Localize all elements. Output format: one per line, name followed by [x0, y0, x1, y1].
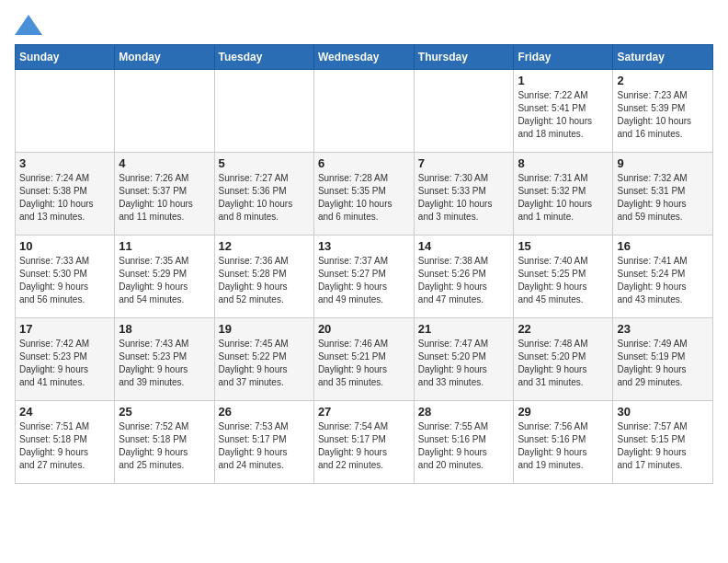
weekday-header-saturday: Saturday — [613, 45, 713, 70]
day-info: Sunrise: 7:43 AM Sunset: 5:23 PM Dayligh… — [119, 338, 210, 389]
day-number: 21 — [418, 322, 510, 336]
calendar-body: 1Sunrise: 7:22 AM Sunset: 5:41 PM Daylig… — [16, 70, 713, 484]
calendar: SundayMondayTuesdayWednesdayThursdayFrid… — [15, 44, 713, 484]
day-info: Sunrise: 7:38 AM Sunset: 5:26 PM Dayligh… — [418, 255, 510, 306]
calendar-cell: 4Sunrise: 7:26 AM Sunset: 5:37 PM Daylig… — [115, 153, 214, 236]
day-info: Sunrise: 7:46 AM Sunset: 5:21 PM Dayligh… — [318, 338, 410, 389]
calendar-cell: 20Sunrise: 7:46 AM Sunset: 5:21 PM Dayli… — [313, 318, 414, 401]
day-number: 28 — [418, 405, 510, 419]
calendar-cell: 14Sunrise: 7:38 AM Sunset: 5:26 PM Dayli… — [414, 236, 514, 318]
weekday-header-tuesday: Tuesday — [214, 45, 313, 70]
weekday-header-friday: Friday — [514, 45, 613, 70]
day-number: 20 — [318, 322, 410, 336]
calendar-cell: 17Sunrise: 7:42 AM Sunset: 5:23 PM Dayli… — [16, 318, 115, 401]
calendar-cell — [214, 70, 313, 153]
calendar-cell: 23Sunrise: 7:49 AM Sunset: 5:19 PM Dayli… — [613, 318, 713, 401]
calendar-cell: 22Sunrise: 7:48 AM Sunset: 5:20 PM Dayli… — [514, 318, 613, 401]
calendar-cell: 19Sunrise: 7:45 AM Sunset: 5:22 PM Dayli… — [214, 318, 313, 401]
day-info: Sunrise: 7:26 AM Sunset: 5:37 PM Dayligh… — [119, 172, 210, 224]
calendar-cell: 13Sunrise: 7:37 AM Sunset: 5:27 PM Dayli… — [313, 236, 414, 318]
header — [15, 15, 713, 35]
day-number: 23 — [617, 322, 709, 336]
calendar-cell — [16, 70, 115, 153]
weekday-header-sunday: Sunday — [16, 45, 115, 70]
day-number: 22 — [518, 322, 609, 336]
day-info: Sunrise: 7:23 AM Sunset: 5:39 PM Dayligh… — [617, 89, 709, 141]
day-number: 7 — [418, 156, 510, 170]
day-info: Sunrise: 7:53 AM Sunset: 5:17 PM Dayligh… — [219, 420, 310, 472]
weekday-header-monday: Monday — [115, 45, 214, 70]
day-number: 2 — [617, 74, 709, 87]
calendar-week-2: 3Sunrise: 7:24 AM Sunset: 5:38 PM Daylig… — [16, 153, 713, 236]
day-info: Sunrise: 7:33 AM Sunset: 5:30 PM Dayligh… — [19, 255, 110, 306]
day-number: 14 — [418, 239, 510, 253]
calendar-cell: 27Sunrise: 7:54 AM Sunset: 5:17 PM Dayli… — [313, 401, 414, 484]
day-info: Sunrise: 7:35 AM Sunset: 5:29 PM Dayligh… — [119, 255, 210, 306]
day-number: 27 — [318, 405, 410, 419]
day-number: 30 — [617, 405, 709, 419]
calendar-cell — [414, 70, 514, 153]
day-number: 18 — [119, 322, 210, 336]
calendar-cell — [115, 70, 214, 153]
day-number: 15 — [518, 239, 609, 253]
svg-marker-0 — [15, 15, 42, 35]
calendar-cell — [313, 70, 414, 153]
calendar-cell: 12Sunrise: 7:36 AM Sunset: 5:28 PM Dayli… — [214, 236, 313, 318]
day-number: 24 — [19, 405, 110, 419]
day-info: Sunrise: 7:49 AM Sunset: 5:19 PM Dayligh… — [617, 338, 709, 389]
calendar-cell: 16Sunrise: 7:41 AM Sunset: 5:24 PM Dayli… — [613, 236, 713, 318]
day-info: Sunrise: 7:40 AM Sunset: 5:25 PM Dayligh… — [518, 255, 609, 306]
day-number: 5 — [219, 156, 310, 170]
calendar-week-1: 1Sunrise: 7:22 AM Sunset: 5:41 PM Daylig… — [16, 70, 713, 153]
day-info: Sunrise: 7:27 AM Sunset: 5:36 PM Dayligh… — [219, 172, 310, 224]
day-number: 10 — [19, 239, 110, 253]
calendar-cell: 11Sunrise: 7:35 AM Sunset: 5:29 PM Dayli… — [115, 236, 214, 318]
day-info: Sunrise: 7:57 AM Sunset: 5:15 PM Dayligh… — [617, 420, 709, 472]
day-number: 9 — [617, 156, 709, 170]
day-info: Sunrise: 7:52 AM Sunset: 5:18 PM Dayligh… — [119, 420, 210, 472]
day-info: Sunrise: 7:45 AM Sunset: 5:22 PM Dayligh… — [219, 338, 310, 389]
day-number: 29 — [518, 405, 609, 419]
day-number: 12 — [219, 239, 310, 253]
calendar-cell: 9Sunrise: 7:32 AM Sunset: 5:31 PM Daylig… — [613, 153, 713, 236]
calendar-week-5: 24Sunrise: 7:51 AM Sunset: 5:18 PM Dayli… — [16, 401, 713, 484]
calendar-cell: 2Sunrise: 7:23 AM Sunset: 5:39 PM Daylig… — [613, 70, 713, 153]
calendar-cell: 18Sunrise: 7:43 AM Sunset: 5:23 PM Dayli… — [115, 318, 214, 401]
day-info: Sunrise: 7:22 AM Sunset: 5:41 PM Dayligh… — [518, 89, 609, 141]
calendar-cell: 8Sunrise: 7:31 AM Sunset: 5:32 PM Daylig… — [514, 153, 613, 236]
day-info: Sunrise: 7:48 AM Sunset: 5:20 PM Dayligh… — [518, 338, 609, 389]
day-info: Sunrise: 7:31 AM Sunset: 5:32 PM Dayligh… — [518, 172, 609, 224]
calendar-week-4: 17Sunrise: 7:42 AM Sunset: 5:23 PM Dayli… — [16, 318, 713, 401]
calendar-cell: 21Sunrise: 7:47 AM Sunset: 5:20 PM Dayli… — [414, 318, 514, 401]
day-info: Sunrise: 7:51 AM Sunset: 5:18 PM Dayligh… — [19, 420, 110, 472]
weekday-header-row: SundayMondayTuesdayWednesdayThursdayFrid… — [16, 45, 713, 70]
day-number: 25 — [119, 405, 210, 419]
day-info: Sunrise: 7:56 AM Sunset: 5:16 PM Dayligh… — [518, 420, 609, 472]
day-info: Sunrise: 7:36 AM Sunset: 5:28 PM Dayligh… — [219, 255, 310, 306]
calendar-cell: 1Sunrise: 7:22 AM Sunset: 5:41 PM Daylig… — [514, 70, 613, 153]
calendar-cell: 5Sunrise: 7:27 AM Sunset: 5:36 PM Daylig… — [214, 153, 313, 236]
day-number: 6 — [318, 156, 410, 170]
day-info: Sunrise: 7:32 AM Sunset: 5:31 PM Dayligh… — [617, 172, 709, 224]
calendar-cell: 6Sunrise: 7:28 AM Sunset: 5:35 PM Daylig… — [313, 153, 414, 236]
day-info: Sunrise: 7:54 AM Sunset: 5:17 PM Dayligh… — [318, 420, 410, 472]
day-number: 8 — [518, 156, 609, 170]
calendar-cell: 24Sunrise: 7:51 AM Sunset: 5:18 PM Dayli… — [16, 401, 115, 484]
calendar-cell: 28Sunrise: 7:55 AM Sunset: 5:16 PM Dayli… — [414, 401, 514, 484]
calendar-cell: 3Sunrise: 7:24 AM Sunset: 5:38 PM Daylig… — [16, 153, 115, 236]
day-info: Sunrise: 7:37 AM Sunset: 5:27 PM Dayligh… — [318, 255, 410, 306]
day-number: 3 — [19, 156, 110, 170]
day-number: 11 — [119, 239, 210, 253]
calendar-cell: 30Sunrise: 7:57 AM Sunset: 5:15 PM Dayli… — [613, 401, 713, 484]
calendar-cell: 29Sunrise: 7:56 AM Sunset: 5:16 PM Dayli… — [514, 401, 613, 484]
day-number: 26 — [219, 405, 310, 419]
calendar-cell: 7Sunrise: 7:30 AM Sunset: 5:33 PM Daylig… — [414, 153, 514, 236]
day-info: Sunrise: 7:47 AM Sunset: 5:20 PM Dayligh… — [418, 338, 510, 389]
day-number: 17 — [19, 322, 110, 336]
calendar-cell: 15Sunrise: 7:40 AM Sunset: 5:25 PM Dayli… — [514, 236, 613, 318]
day-info: Sunrise: 7:24 AM Sunset: 5:38 PM Dayligh… — [19, 172, 110, 224]
weekday-header-thursday: Thursday — [414, 45, 514, 70]
day-number: 4 — [119, 156, 210, 170]
day-info: Sunrise: 7:55 AM Sunset: 5:16 PM Dayligh… — [418, 420, 510, 472]
logo-icon — [15, 15, 42, 35]
